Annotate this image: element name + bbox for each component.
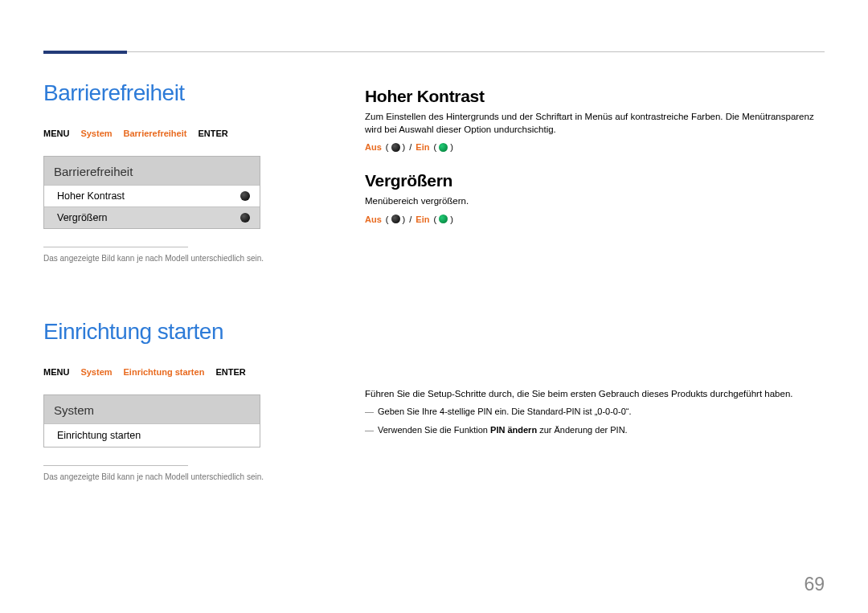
setup-note-post: zur Änderung der PIN.: [537, 425, 628, 435]
breadcrumb-item: Einrichtung starten: [124, 367, 205, 377]
paren-open: (: [383, 142, 389, 152]
bullet-dark-icon: [391, 215, 400, 223]
section-setup: Einrichtung starten MENU System Einricht…: [43, 319, 330, 481]
setup-note-bold: PIN ändern: [490, 425, 537, 435]
breadcrumb: MENU System Einrichtung starten ENTER: [43, 367, 330, 377]
breadcrumb-enter: ENTER: [215, 367, 245, 377]
subsection-high-contrast: Hoher Kontrast Zum Einstellen des Hinter…: [365, 87, 825, 152]
dash-icon: ―: [365, 423, 376, 437]
setup-note-pin: ― Geben Sie Ihre 4-stellige PIN ein. Die…: [365, 405, 825, 419]
section-title: Barrierefreiheit: [43, 80, 330, 106]
menu-screenshot-system: System Einrichtung starten: [43, 394, 260, 447]
menu-row-high-contrast: Hoher Kontrast: [44, 185, 260, 206]
breadcrumb-system: System: [80, 129, 112, 138]
slash: /: [407, 215, 414, 224]
breadcrumb-menu: MENU: [43, 367, 69, 377]
menu-row-label: Einrichtung starten: [57, 430, 141, 441]
menu-row-enlarge: Vergrößern: [44, 206, 260, 228]
bullet-dark-icon: [391, 143, 400, 152]
paren-close: ): [450, 142, 453, 152]
model-note: Das angezeigte Bild kann je nach Modell …: [43, 472, 330, 481]
section-accessibility: Barrierefreiheit MENU System Barrierefre…: [43, 80, 330, 263]
setup-desc: Führen Sie die Setup-Schritte durch, die…: [365, 388, 825, 401]
menu-row-label: Vergrößern: [57, 212, 108, 223]
section-title: Einrichtung starten: [43, 319, 330, 345]
paren-close: ): [403, 142, 406, 152]
setup-note-pre: Verwenden Sie die Funktion: [378, 425, 490, 435]
paren-open: (: [431, 215, 436, 224]
subsection-setup: Führen Sie die Setup-Schritte durch, die…: [365, 388, 825, 437]
divider: [43, 465, 188, 466]
menu-row-label: Hoher Kontrast: [57, 190, 125, 202]
divider: [43, 247, 188, 247]
setup-note-changepin: ― Verwenden Sie die Funktion PIN ändern …: [365, 423, 825, 437]
paren-open: (: [431, 142, 436, 152]
paren-close: ): [403, 215, 406, 224]
model-note: Das angezeigte Bild kann je nach Modell …: [43, 254, 330, 263]
breadcrumb-item: Barrierefreiheit: [124, 129, 187, 138]
bullet-green-icon: [439, 215, 448, 223]
setup-note-pin-text: Geben Sie Ihre 4-stellige PIN ein. Die S…: [378, 407, 631, 416]
menu-screenshot-title: System: [44, 395, 260, 423]
option-line: Aus ( ) / Ein ( ): [365, 142, 825, 152]
toggle-icon: [240, 213, 250, 223]
paren-open: (: [383, 215, 389, 224]
option-off: Aus: [365, 142, 382, 152]
subsection-enlarge: Vergrößern Menübereich vergrößern. Aus (…: [365, 171, 825, 224]
page-number: 69: [804, 574, 825, 595]
slash: /: [407, 142, 414, 152]
paren-close: ): [450, 215, 453, 224]
header-rule: [43, 51, 825, 52]
menu-screenshot-accessibility: Barrierefreiheit Hoher Kontrast Vergröße…: [43, 156, 260, 229]
breadcrumb-enter: ENTER: [198, 129, 227, 138]
option-off: Aus: [365, 215, 382, 224]
subsection-desc: Zum Einstellen des Hintergrunds und der …: [365, 111, 825, 136]
option-line: Aus ( ) / Ein ( ): [365, 215, 825, 224]
dash-icon: ―: [365, 405, 376, 419]
toggle-icon: [240, 191, 250, 201]
menu-row-start-setup: Einrichtung starten: [44, 423, 260, 447]
subsection-desc: Menübereich vergrößern.: [365, 195, 825, 208]
bullet-green-icon: [439, 143, 448, 152]
breadcrumb-menu: MENU: [43, 129, 69, 138]
breadcrumb: MENU System Barrierefreiheit ENTER: [43, 129, 330, 138]
option-on: Ein: [416, 215, 429, 224]
subsection-title: Hoher Kontrast: [365, 87, 825, 106]
breadcrumb-system: System: [80, 367, 112, 377]
subsection-title: Vergrößern: [365, 171, 825, 190]
menu-screenshot-title: Barrierefreiheit: [44, 157, 260, 185]
header-accent: [43, 51, 127, 54]
option-on: Ein: [416, 142, 429, 152]
